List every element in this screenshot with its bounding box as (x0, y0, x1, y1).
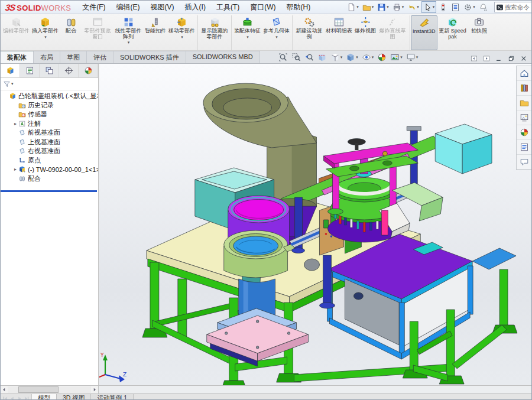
design-library-button[interactable] (517, 81, 531, 96)
tree-item[interactable]: 配合 (1, 174, 98, 184)
nav-first-button[interactable] (2, 395, 9, 400)
view-orientation-button[interactable]: ▾ (329, 51, 345, 63)
print-button[interactable]: ▾ (391, 2, 406, 12)
tree-item[interactable]: (-) TW-0902-00-00_1<1> ( (1, 165, 98, 174)
new-doc-button[interactable]: ▾ (346, 2, 360, 12)
undo-button[interactable]: ▾ (406, 2, 420, 12)
bom-button[interactable]: 材料明细表 ▾ (325, 15, 353, 50)
tree-item[interactable]: 凸轮瓶盖组装机 (.<默认_显示状 (1, 92, 98, 101)
edit-component-button[interactable]: 编辑零部件 ▾ (2, 15, 31, 50)
options-gear-button[interactable]: ▾ (462, 2, 476, 12)
graphics-area[interactable]: Y X Z (99, 64, 531, 385)
tree-item[interactable]: 传感器 (1, 110, 98, 119)
show-hidden-button[interactable]: 显示隐藏的零部件 ▾ (199, 15, 232, 50)
document-tab[interactable]: 运动算例 1 (91, 394, 134, 400)
view-settings-button[interactable]: ▾ (404, 51, 420, 63)
save-button[interactable]: ▾ (376, 2, 390, 12)
search-input[interactable] (504, 3, 532, 11)
document-tab[interactable]: 模型 (32, 394, 57, 400)
resources-home-button[interactable] (517, 66, 531, 81)
menu-item[interactable]: 帮助(H) (281, 1, 316, 14)
menu-item[interactable]: 文件(F) (77, 1, 111, 14)
linear-pattern-icon (123, 17, 134, 28)
menu-item[interactable]: 插入(I) (180, 1, 211, 14)
display-style-button[interactable]: ▾ (344, 51, 360, 63)
menu-item[interactable]: 编辑(E) (111, 1, 145, 14)
nav-prev-button[interactable] (9, 395, 16, 400)
quick-access-toolbar: ▾ ▾ ▾ ▾ ▾ (345, 1, 489, 13)
command-tab[interactable]: 装配体 (1, 51, 34, 63)
selection-toggle-button[interactable]: ▾ (437, 2, 449, 12)
fm-configuration-icon (45, 66, 54, 75)
instant3d-button[interactable]: Instant3D ▾ (411, 15, 437, 50)
tree-item[interactable]: 上视基准面 (1, 138, 98, 147)
plane-icon (18, 129, 26, 136)
hide-show-button[interactable]: ▾ (360, 51, 376, 63)
command-tab[interactable]: 布局 (34, 51, 60, 63)
document-tab[interactable]: 3D 视图 (57, 394, 91, 400)
apply-scene-button[interactable]: ▾ (388, 51, 404, 63)
smart-fastener-button[interactable]: 智能扣件 ▾ (144, 15, 167, 50)
tree-item[interactable]: 前视基准面 (1, 128, 98, 138)
doc-restore-button[interactable] (505, 54, 517, 63)
scrollbar-thumb[interactable] (18, 386, 59, 393)
filter-icon (3, 80, 11, 88)
fm-property-button[interactable] (20, 64, 40, 77)
zoom-area-button[interactable]: ▾ (290, 51, 303, 63)
pane-right-button[interactable] (481, 54, 492, 63)
exploded-view-button[interactable]: 爆炸视图 ▾ (353, 15, 377, 50)
doc-close-button[interactable] (518, 54, 529, 63)
nav-next-button[interactable] (16, 395, 23, 400)
previous-view-button[interactable]: ▾ (303, 51, 316, 63)
assembly-features-button[interactable]: 装配体特征 ▾ (233, 15, 262, 50)
doc-minimize-button[interactable] (493, 54, 504, 63)
pane-left-button[interactable] (468, 54, 479, 63)
mate-button[interactable]: 配合 ▾ (60, 15, 82, 50)
command-tab[interactable]: SOLIDWORKS MBD (186, 51, 260, 63)
fm-dimxpert-button[interactable] (59, 64, 79, 77)
fm-configuration-button[interactable] (40, 64, 59, 77)
view-palette-button[interactable] (517, 110, 531, 125)
menu-item[interactable]: 窗口(W) (245, 1, 281, 14)
forum-button[interactable] (517, 155, 531, 170)
preview-window-button[interactable]: 零部件预览窗口 ▾ (82, 15, 113, 50)
linear-pattern-button[interactable]: 线性零部件阵列 ▾ (113, 15, 144, 50)
section-view-button[interactable]: ▾ (316, 51, 329, 63)
scrollbar-track[interactable] (8, 386, 91, 393)
fm-tree-icon (6, 66, 15, 75)
menu-item[interactable]: 视图(V) (145, 1, 180, 14)
tree-filter[interactable]: ▾ (1, 78, 98, 90)
open-button[interactable]: ▾ (361, 2, 375, 12)
tree-item[interactable]: 原点 (1, 156, 98, 165)
tree-item[interactable]: 右视基准面 (1, 147, 98, 156)
insert-component-button[interactable]: 插入零部件 ▾ (31, 15, 60, 50)
move-component-button[interactable]: 移动零部件 ▾ (167, 15, 198, 50)
bottom-strip (1, 385, 531, 394)
assembly-icon (9, 92, 17, 100)
menu-item[interactable]: 工具(T) (211, 1, 245, 14)
tree-item[interactable]: 注解 (1, 119, 98, 129)
nav-last-button[interactable] (23, 395, 30, 400)
file-explorer-button[interactable] (517, 96, 531, 110)
panel-horizontal-scrollbar[interactable] (1, 386, 99, 394)
zoom-fit-button[interactable]: ▾ (277, 51, 290, 63)
command-tab[interactable]: 草图 (60, 51, 87, 63)
scroll-left-button[interactable] (1, 386, 8, 393)
fm-display-button[interactable] (79, 64, 98, 77)
custom-properties-button[interactable] (517, 140, 531, 155)
scroll-right-button[interactable] (91, 386, 98, 393)
command-tab[interactable]: SOLIDWORKS 插件 (113, 51, 186, 63)
task-list-button[interactable]: ▾ (450, 2, 461, 12)
notifications-button[interactable]: ▾ (478, 2, 489, 12)
tree-item[interactable]: 历史记录 (1, 101, 98, 110)
motion-study-button[interactable]: 新建运动算例 ▾ (294, 15, 325, 50)
speedpak-button[interactable]: 更新 Speedpak ▾ (437, 15, 468, 50)
appearances-button[interactable] (517, 125, 531, 140)
command-tab[interactable]: 评估 (87, 51, 113, 63)
reference-geometry-button[interactable]: 参考几何体 ▾ (262, 15, 293, 50)
fm-tree-button[interactable] (1, 64, 20, 77)
select-cursor-button[interactable]: ▾ (421, 1, 437, 13)
explode-lines-button[interactable]: 爆炸直线草图 ▾ (377, 15, 410, 50)
edit-appearance-button[interactable]: ▾ (375, 51, 388, 63)
snapshot-button[interactable]: 拍快照 ▾ (468, 15, 491, 50)
